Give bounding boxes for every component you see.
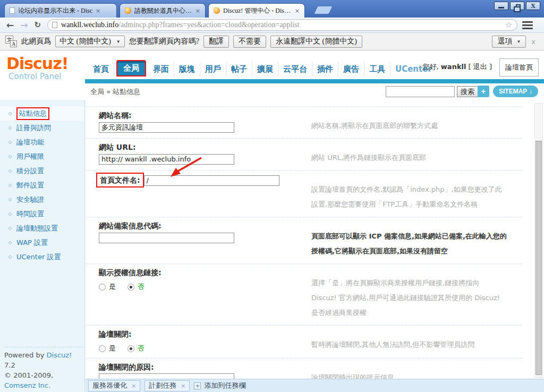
page-favicon bbox=[10, 7, 15, 14]
form-row: 網站 URL:網站 URL,將作爲鏈接顯示在頁面底部 bbox=[86, 139, 523, 171]
add-icon: + bbox=[194, 382, 201, 389]
page-icon bbox=[52, 22, 57, 28]
username: wankll bbox=[441, 63, 466, 71]
forum-home-button[interactable]: 論壇首頁 bbox=[499, 58, 539, 76]
browser-menu-icon[interactable] bbox=[522, 21, 533, 29]
sidebar-item-label: 時間設置 bbox=[16, 209, 44, 219]
taskbar-tab-close-icon[interactable]: × bbox=[181, 382, 185, 389]
translate-close-icon[interactable]: x bbox=[531, 38, 536, 46]
field-label: 論壇關閉: bbox=[99, 329, 311, 339]
bullet-icon bbox=[8, 141, 12, 144]
bullet-icon bbox=[8, 126, 12, 130]
tab-close-icon[interactable]: × bbox=[96, 7, 100, 14]
tab-strip: 论坛内容显示不出来 - Disc×請教關於道具中心的卡片×Discuz! 管理中… bbox=[4, 3, 308, 18]
bookmark-star-icon[interactable]: ☆ bbox=[505, 20, 512, 30]
sitemap-button[interactable]: SITEMAP↓ bbox=[493, 86, 538, 97]
browser-tab[interactable]: 论坛内容显示不出来 - Disc× bbox=[4, 3, 117, 18]
address-bar[interactable]: wankll.weclub.info/admincp.php?frames=ye… bbox=[47, 19, 517, 31]
powered-by-line: Powered by Discuz! 7.2 bbox=[4, 350, 83, 370]
taskbar-tab[interactable]: 服務器優化× bbox=[88, 380, 140, 391]
radio-label: 否 bbox=[138, 344, 144, 353]
nav-item-帖子[interactable]: 帖子 bbox=[226, 62, 252, 76]
add-to-taskbar-label: 添加到任務欄 bbox=[204, 381, 245, 390]
forward-button[interactable]: → bbox=[20, 21, 28, 30]
sidebar-item[interactable]: 論壇功能 bbox=[0, 135, 84, 149]
reload-button[interactable]: ↻ bbox=[35, 21, 41, 29]
translate-icon: 文 A bbox=[5, 36, 17, 47]
radio-option[interactable]: 是 bbox=[99, 344, 116, 353]
discuz-header: Discuz! Control Panel 首頁全局界面版塊用戶帖子擴展云平台插… bbox=[0, 50, 544, 83]
browser-tab[interactable]: Discuz! 管理中心 - Discuz!云× bbox=[208, 3, 305, 18]
field-hint: 暫時將論壇關閉,其他人無法訪問,但不影響管理員訪問 bbox=[311, 337, 507, 352]
search-button[interactable]: 搜索 bbox=[457, 86, 478, 97]
sidebar-item[interactable]: WAP 設置 bbox=[0, 235, 84, 250]
nav-item-廣告[interactable]: 廣告 bbox=[338, 62, 364, 76]
decline-translate-button[interactable]: 不需要 bbox=[233, 36, 266, 48]
field-hint: 設置論壇首頁的文件名,默認爲「index.php」,如果您更改了此設置,那麼您需… bbox=[311, 182, 507, 212]
translate-language-select[interactable]: 中文 (簡體中文)▼ bbox=[55, 36, 125, 47]
radio-option[interactable]: 否 bbox=[128, 282, 144, 292]
radio-option[interactable]: 否 bbox=[128, 344, 144, 353]
radio-icon[interactable] bbox=[99, 345, 106, 352]
translate-button[interactable]: 翻譯 bbox=[203, 36, 229, 48]
nav-item-用戶[interactable]: 用戶 bbox=[200, 62, 226, 76]
admin-search-input[interactable] bbox=[386, 86, 455, 97]
nav-item-界面[interactable]: 界面 bbox=[148, 62, 174, 76]
content-scrollbar[interactable] bbox=[534, 103, 543, 378]
sidebar-item[interactable]: 時間設置 bbox=[0, 207, 84, 221]
nav-item-首頁[interactable]: 首頁 bbox=[88, 62, 114, 76]
nav-item-云平台[interactable]: 云平台 bbox=[278, 62, 312, 76]
chevron-down-icon: ▼ bbox=[516, 39, 521, 44]
add-shortcut-button[interactable]: + bbox=[478, 86, 489, 97]
sidebar-item[interactable]: UCenter 設置 bbox=[0, 250, 84, 264]
browser-tab[interactable]: 請教關於道具中心的卡片× bbox=[120, 3, 206, 18]
text-input[interactable] bbox=[99, 122, 234, 133]
down-arrow-icon: ↓ bbox=[529, 88, 532, 95]
minimize-button[interactable] bbox=[494, 2, 508, 10]
scrollbar-thumb[interactable] bbox=[536, 141, 542, 375]
radio-option[interactable]: 是 bbox=[99, 282, 116, 292]
discuz-link[interactable]: Discuz! bbox=[46, 351, 72, 359]
always-translate-button[interactable]: 永遠翻譯中文 (簡體中文) bbox=[270, 36, 362, 48]
nav-item-工具[interactable]: 工具 bbox=[364, 62, 390, 76]
sidebar-item[interactable]: 積分設置 bbox=[0, 164, 84, 178]
sidebar-item[interactable]: 郵件設置 bbox=[0, 178, 84, 192]
restore-button[interactable] bbox=[510, 2, 524, 10]
bullet-icon bbox=[8, 155, 12, 158]
text-input[interactable] bbox=[99, 233, 234, 243]
new-tab-button[interactable] bbox=[314, 6, 333, 14]
taskbar-tab[interactable]: 計劃任務× bbox=[144, 380, 190, 391]
sidebar-item[interactable]: 站點信息 bbox=[0, 106, 84, 121]
logout-link[interactable]: [ 退出 ] bbox=[466, 63, 492, 71]
sidebar-item[interactable]: 論壇動態設置 bbox=[0, 221, 84, 235]
sidebar-item[interactable]: 用戶權限 bbox=[0, 149, 84, 164]
tab-close-icon[interactable]: × bbox=[295, 7, 300, 14]
add-to-taskbar-button[interactable]: +添加到任務欄 bbox=[194, 381, 245, 390]
sidebar-item[interactable]: 註冊與訪問 bbox=[0, 121, 84, 135]
sidebar-item[interactable]: 安全驗證 bbox=[0, 192, 84, 207]
back-button[interactable]: ← bbox=[6, 21, 14, 30]
translate-bar: 文 A 此網頁爲 中文 (簡體中文)▼ 您要翻譯網頁內容嗎? 翻譯 不需要 永遠… bbox=[0, 33, 544, 50]
field-hint: 網站名稱,將顯示在頁面底部的聯繫方式處 bbox=[311, 118, 507, 133]
nav-item-全局[interactable]: 全局 bbox=[116, 60, 146, 76]
sidebar-item-label: 註冊與訪問 bbox=[16, 123, 51, 133]
text-input[interactable] bbox=[99, 154, 234, 165]
field-label: 首頁文件名: bbox=[96, 173, 144, 188]
tab-close-icon[interactable]: × bbox=[196, 7, 200, 14]
radio-icon[interactable] bbox=[128, 345, 134, 352]
nav-item-插件[interactable]: 插件 bbox=[312, 62, 338, 76]
taskbar-tab-close-icon[interactable]: × bbox=[131, 382, 136, 389]
radio-icon[interactable] bbox=[99, 284, 106, 291]
nav-item-擴展[interactable]: 擴展 bbox=[252, 62, 278, 76]
settings-content: 網站名稱:網站名稱,將顯示在頁面底部的聯繫方式處網站 URL:網站 URL,將作… bbox=[86, 100, 544, 392]
close-button[interactable]: X bbox=[526, 2, 540, 10]
translate-options-button[interactable]: 選項▼ bbox=[492, 36, 526, 48]
url-host: wankll.weclub.info bbox=[61, 21, 118, 29]
sidebar-item-label: 用戶權限 bbox=[16, 152, 44, 161]
comsenz-link[interactable]: Comsenz Inc. bbox=[4, 381, 50, 389]
nav-item-版塊[interactable]: 版塊 bbox=[174, 62, 200, 76]
copyright-line: © 2001-2009, Comsenz Inc. bbox=[4, 370, 83, 390]
form-row: 網站名稱:網站名稱,將顯示在頁面底部的聯繫方式處 bbox=[86, 107, 523, 139]
radio-icon[interactable] bbox=[128, 284, 134, 291]
text-input[interactable] bbox=[144, 175, 279, 186]
